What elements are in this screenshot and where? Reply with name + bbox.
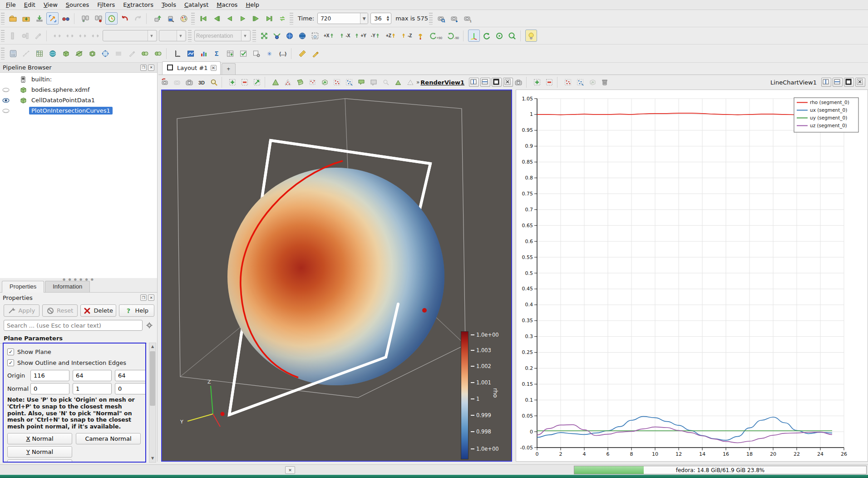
close-view-button[interactable] (855, 78, 865, 87)
vcr-play-reverse-button[interactable] (223, 12, 236, 25)
line-chart-view[interactable]: -0.0500.050.10.150.20.250.30.350.40.450.… (516, 90, 868, 462)
select-points-through-button[interactable] (306, 77, 318, 88)
properties-scrollbar[interactable]: ▲ ▼ (149, 343, 156, 463)
scrollbar-thumb[interactable] (150, 351, 155, 406)
tooltip-selection-button[interactable] (380, 77, 391, 88)
layout-tab[interactable]: Layout #1 ✕ (162, 61, 221, 75)
reset-camera-button[interactable] (258, 30, 270, 42)
select-cells-on-surface-button[interactable] (270, 77, 281, 88)
vcr-last-frame-button[interactable] (263, 12, 275, 25)
rotate-90-ccw-button[interactable]: -90 (445, 30, 461, 42)
delete-button[interactable]: Delete (80, 304, 116, 317)
reset-button[interactable]: Reset (42, 304, 78, 317)
color-glasses-button[interactable] (59, 12, 72, 25)
toggle-color-legend-button[interactable] (7, 30, 19, 42)
save-screenshot-button[interactable] (183, 77, 195, 88)
clear-status-button[interactable]: ✕ (285, 466, 295, 474)
menu-item[interactable]: Sources (62, 1, 93, 9)
integrate-variables-button[interactable] (171, 47, 183, 60)
pipeline-item[interactable]: PlotOnIntersectionCurves1 (0, 105, 157, 116)
chart-select-region-button[interactable] (574, 77, 586, 88)
vcr-play-button[interactable] (237, 12, 249, 25)
maximize-view-button[interactable] (492, 78, 502, 87)
rescale-custom-range-button[interactable] (64, 30, 76, 42)
color-by-array-select[interactable]: ▼ (103, 30, 157, 41)
pipeline-item[interactable]: bodies.sphere.xdmf (0, 85, 157, 95)
normal-x-field[interactable] (30, 383, 69, 394)
extract-grid-button[interactable] (33, 47, 45, 60)
stream-tracer-button[interactable] (112, 47, 124, 60)
visibility-eye-icon[interactable] (0, 86, 12, 94)
isometric-view-button[interactable] (414, 30, 426, 42)
normal-y-field[interactable] (73, 383, 112, 394)
scroll-up-icon[interactable]: ▲ (149, 344, 156, 350)
close-layout-tab-icon[interactable]: ✕ (211, 65, 217, 71)
split-vertical-button[interactable] (833, 78, 843, 87)
origin-y-field[interactable] (73, 370, 112, 381)
interactive-select-points-button[interactable] (343, 77, 355, 88)
toolbar-grip[interactable] (1, 13, 5, 25)
histogram-button[interactable] (197, 47, 210, 60)
toolbar-grip[interactable] (1, 30, 5, 42)
set-view-minus-z-button[interactable]: -Z (400, 30, 414, 42)
rescale-temporal-range-button[interactable] (77, 30, 89, 42)
select-cells-through-button[interactable] (294, 77, 306, 88)
show-plane-row[interactable]: ✓ Show Plane (7, 346, 142, 357)
pipeline-item[interactable]: CellDatatoPointData1 (0, 95, 157, 105)
toggle-2d-3d-button[interactable]: 3D (196, 77, 207, 88)
menu-item[interactable]: Help (242, 1, 263, 9)
menu-item[interactable]: Extractors (119, 1, 158, 9)
close-view-button[interactable] (503, 78, 513, 87)
scroll-down-icon[interactable]: ▼ (149, 455, 156, 462)
new-layout-tab-button[interactable]: + (222, 63, 236, 75)
chart-toggle-selection-button[interactable] (587, 77, 598, 88)
spreadsheet-calculator-button[interactable] (7, 47, 19, 60)
menu-item[interactable]: Macros (212, 1, 242, 9)
hover-cells-button[interactable] (355, 77, 367, 88)
export-scene-button[interactable] (33, 12, 45, 25)
ungroup-button[interactable] (152, 47, 164, 60)
menu-item[interactable]: View (39, 1, 62, 9)
save-data-button[interactable] (20, 12, 32, 25)
split-vertical-button[interactable] (480, 78, 490, 87)
time-value-select[interactable]: 720 ▼ (317, 13, 368, 24)
render-view-title[interactable]: RenderView1 (420, 79, 464, 86)
shrink-selection-button[interactable] (404, 77, 416, 88)
menu-item[interactable]: Filters (93, 1, 119, 9)
edit-color-map-button[interactable] (20, 30, 31, 42)
save-state-button[interactable] (92, 12, 104, 25)
chart-subtract-selection-button[interactable] (543, 77, 555, 88)
x-normal-button[interactable]: X Normal (7, 433, 72, 444)
adjust-camera-button[interactable] (208, 77, 219, 88)
split-horizontal-button[interactable] (469, 78, 479, 87)
chart-select-points-button[interactable] (562, 77, 573, 88)
redo-button[interactable] (132, 12, 144, 25)
add-camera-link-button[interactable] (448, 12, 460, 25)
visibility-eye-icon[interactable] (0, 96, 12, 105)
zoom-to-selection-camera-button[interactable] (435, 12, 447, 25)
python-calculator-button[interactable]: {...} (276, 47, 289, 60)
rescale-visible-range-button[interactable] (89, 30, 101, 42)
chart-add-selection-button[interactable] (531, 77, 542, 88)
show-outline-checkbox[interactable]: ✓ (7, 359, 14, 366)
ruler-source-button[interactable] (296, 47, 308, 60)
time-frame-spinner[interactable]: 36 ▲▼ (370, 13, 391, 24)
help-button[interactable]: ?Help (119, 304, 155, 317)
panel-tab[interactable]: Properties (2, 281, 44, 293)
sphere-widget-button[interactable] (46, 47, 59, 60)
menu-item[interactable]: Tools (158, 1, 180, 9)
plane-parameters-header[interactable]: Plane Parameters (0, 332, 147, 344)
temporal-interpolator-button[interactable]: ✳ (263, 47, 276, 60)
undock-panel-button[interactable]: ❐ (140, 65, 147, 71)
open-file-button[interactable] (7, 12, 19, 25)
camera-undo-button[interactable]: 1 (461, 12, 473, 25)
reset-rotation-center-button[interactable] (506, 30, 518, 42)
toolbar-grip[interactable] (252, 30, 256, 42)
show-outline-row[interactable]: ✓ Show Outline and Intersection Edges (7, 357, 142, 368)
vcr-first-frame-button[interactable] (197, 12, 209, 25)
undock-properties-button[interactable]: ❐ (140, 294, 147, 301)
pipeline-item[interactable]: builtin: (0, 74, 157, 85)
text-annotation-button[interactable] (309, 47, 321, 60)
search-input[interactable] (4, 320, 143, 331)
server-connect-button[interactable] (151, 12, 163, 25)
